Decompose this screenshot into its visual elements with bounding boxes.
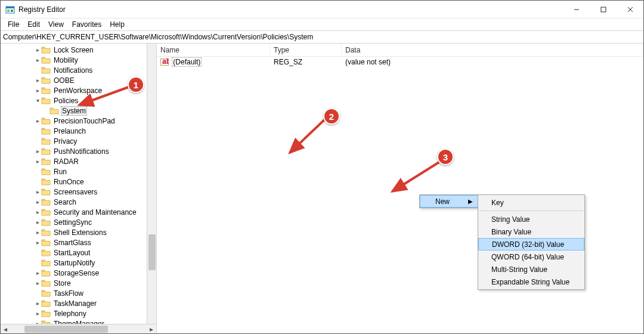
expand-icon[interactable]: ▸ (34, 310, 41, 317)
tree-node-system[interactable]: System (1, 106, 156, 116)
expand-icon[interactable]: ▸ (34, 209, 41, 215)
tree-node-startupnotify[interactable]: StartupNotify (1, 258, 156, 268)
tree-node-mobility[interactable]: ▸Mobility (1, 55, 156, 65)
tree-node-label: PushNotifications (52, 147, 110, 156)
value-row[interactable]: ab (Default) REG_SZ (value not set) (157, 57, 643, 67)
svg-text:ab: ab (162, 58, 169, 66)
address-bar (1, 30, 643, 44)
expand-icon[interactable]: ▾ (34, 97, 41, 104)
expand-icon[interactable]: ▸ (34, 77, 41, 84)
tree-node-store[interactable]: ▸Store (1, 278, 156, 288)
tree-node-screensavers[interactable]: ▸Screensavers (1, 187, 156, 197)
expand-icon[interactable]: ▸ (34, 87, 41, 94)
context-new-key[interactable]: Key (478, 196, 584, 209)
expand-icon[interactable]: ▸ (34, 219, 41, 225)
column-name[interactable]: Name (157, 44, 270, 56)
expand-icon[interactable]: ▸ (34, 229, 41, 236)
tree-node-prelaunch[interactable]: Prelaunch (1, 126, 156, 136)
context-new[interactable]: New ▶ (420, 195, 478, 208)
scroll-left-button[interactable]: ◂ (1, 324, 10, 334)
tree-node-taskmanager[interactable]: ▸TaskManager (1, 298, 156, 308)
menu-edit[interactable]: Edit (24, 20, 44, 29)
svg-rect-16 (42, 118, 45, 119)
expand-icon[interactable]: ▸ (34, 57, 41, 63)
tree-node-runonce[interactable]: RunOnce (1, 177, 156, 187)
titlebar: Registry Editor (1, 1, 643, 18)
expand-icon[interactable]: ▸ (34, 270, 41, 276)
tree-node-label: StorageSense (52, 269, 100, 277)
context-new-dword[interactable]: DWORD (32-bit) Value (478, 238, 584, 250)
maximize-button[interactable] (590, 1, 617, 18)
tree-node-label: StartLayout (52, 249, 91, 257)
column-headers: Name Type Data (157, 44, 643, 57)
tree-node-smartglass[interactable]: ▸SmartGlass (1, 237, 156, 248)
tree-node-pushnotifications[interactable]: ▸PushNotifications (1, 146, 156, 156)
expand-icon[interactable]: ▸ (34, 158, 41, 165)
svg-rect-26 (42, 219, 45, 221)
tree-node-thememanager[interactable]: ▸ThemeManager (1, 318, 156, 324)
expand-icon[interactable]: ▸ (34, 199, 41, 205)
column-data[interactable]: Data (342, 44, 643, 56)
tree-node-notifications[interactable]: Notifications (1, 65, 156, 75)
expand-icon[interactable]: ▸ (34, 280, 41, 286)
context-new-multistring[interactable]: Multi-String Value (478, 263, 584, 276)
context-new-expandable[interactable]: Expandable String Value (478, 276, 584, 288)
window-title: Registry Editor (18, 5, 563, 14)
scrollbar-thumb[interactable] (24, 326, 108, 333)
tree-horizontal-scrollbar[interactable]: ◂ ▸ (1, 324, 156, 333)
annotation-badge-3: 3 (437, 149, 454, 165)
svg-rect-12 (42, 78, 45, 79)
tree-node-label: Policies (52, 97, 79, 105)
expand-icon[interactable]: ▸ (34, 188, 41, 195)
tree-node-security-and-maintenance[interactable]: ▸Security and Maintenance (1, 207, 156, 217)
tree-node-run[interactable]: Run (1, 166, 156, 177)
menu-file[interactable]: File (4, 20, 23, 29)
tree-node-label: Search (52, 198, 78, 206)
menu-favorites[interactable]: Favorites (69, 20, 105, 29)
tree-node-privacy[interactable]: Privacy (1, 136, 156, 146)
svg-rect-32 (42, 280, 45, 282)
context-submenu-new: Key String Value Binary Value DWORD (32-… (478, 194, 585, 290)
expand-icon[interactable]: ▸ (34, 239, 41, 246)
tree-node-label: System (61, 106, 87, 116)
tree-node-telephony[interactable]: ▸Telephony (1, 308, 156, 318)
tree-node-settingsync[interactable]: ▸SettingSync (1, 217, 156, 227)
context-menu: New ▶ (419, 194, 479, 208)
context-new-binary[interactable]: Binary Value (478, 225, 584, 238)
values-pane: Name Type Data ab (Default) REG_SZ (valu… (157, 44, 643, 333)
tree-node-lock-screen[interactable]: ▸Lock Screen (1, 45, 156, 55)
scroll-right-button[interactable]: ▸ (147, 324, 156, 334)
minimize-button[interactable] (563, 1, 590, 18)
tree-node-label: Security and Maintenance (52, 208, 138, 217)
svg-rect-31 (42, 270, 45, 271)
menu-help[interactable]: Help (106, 20, 128, 29)
tree-node-taskflow[interactable]: TaskFlow (1, 288, 156, 298)
tree-node-label: Run (52, 168, 68, 176)
tree-node-storagesense[interactable]: ▸StorageSense (1, 268, 156, 278)
tree-node-shell-extensions[interactable]: ▸Shell Extensions (1, 227, 156, 237)
svg-rect-4 (11, 10, 13, 12)
tree-node-precisiontouchpad[interactable]: ▸PrecisionTouchPad (1, 116, 156, 126)
context-new-qword[interactable]: QWORD (64-bit) Value (478, 250, 584, 263)
tree-node-label: StartupNotify (52, 259, 96, 267)
column-type[interactable]: Type (270, 44, 342, 56)
tree-node-radar[interactable]: ▸RADAR (1, 156, 156, 166)
tree-vertical-scrollbar[interactable] (147, 44, 156, 324)
context-new-string[interactable]: String Value (478, 213, 584, 225)
svg-rect-2 (7, 10, 10, 11)
tree-node-startlayout[interactable]: StartLayout (1, 248, 156, 258)
scrollbar-thumb[interactable] (148, 234, 156, 270)
tree-node-policies[interactable]: ▾Policies (1, 95, 156, 106)
address-input[interactable] (3, 33, 641, 41)
expand-icon[interactable]: ▸ (34, 47, 41, 53)
tree-node-label: Privacy (52, 137, 78, 146)
expand-icon[interactable]: ▸ (34, 300, 41, 307)
tree-node-label: Telephony (52, 310, 88, 318)
expand-icon[interactable]: ▸ (34, 148, 41, 154)
tree-node-search[interactable]: ▸Search (1, 197, 156, 207)
close-button[interactable] (617, 1, 643, 18)
svg-rect-13 (42, 88, 45, 89)
menu-view[interactable]: View (45, 20, 67, 29)
expand-icon[interactable]: ▸ (34, 117, 41, 124)
svg-rect-33 (42, 290, 45, 292)
